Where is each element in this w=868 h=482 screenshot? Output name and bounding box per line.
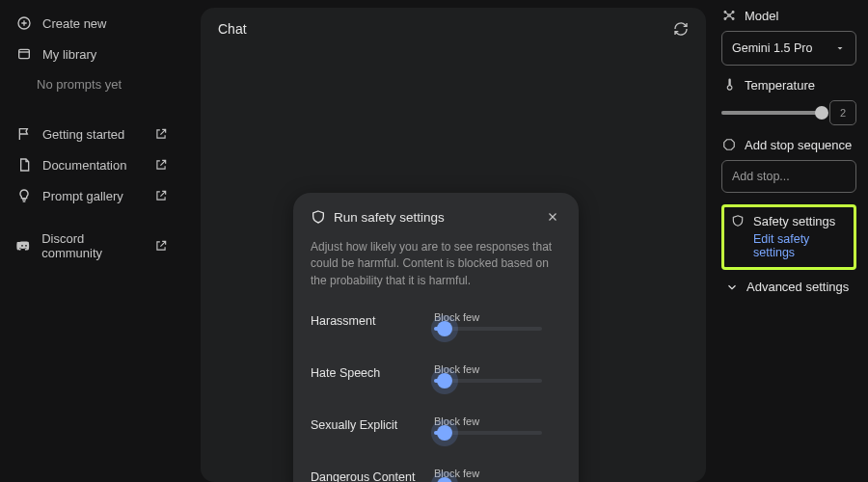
external-link-icon [153,237,170,254]
advanced-settings-label: Advanced settings [746,280,849,294]
sidebar-documentation-label: Documentation [42,158,126,173]
safety-thumb[interactable] [437,425,452,441]
modal-description: Adjust how likely you are to see respons… [311,239,561,289]
sidebar: Create new My library No prompts yet Get… [0,0,185,482]
sidebar-my-library[interactable]: My library [0,39,185,69]
sidebar-getting-started-label: Getting started [42,127,124,142]
safety-level-label: Block few [434,363,561,375]
safety-category-label: Sexually Explicit [311,418,434,432]
document-icon [15,156,33,174]
temperature-thumb[interactable] [815,106,828,120]
safety-row-harassment: Harassment Block few [311,307,561,335]
chevron-down-icon [725,281,739,294]
safety-level-label: Block few [434,311,561,323]
shield-icon [311,209,326,225]
modal-close-button[interactable] [544,208,561,226]
model-icon [721,8,737,23]
temperature-label: Temperature [745,78,815,93]
advanced-settings-toggle[interactable]: Advanced settings [721,278,856,294]
external-link-icon [152,156,170,174]
temperature-control: 2 [721,100,856,125]
safety-settings-modal: Run safety settings Adjust how likely yo… [293,193,579,482]
sidebar-prompt-gallery-label: Prompt gallery [42,189,123,203]
flag-icon [15,125,33,143]
sidebar-create-new-label: Create new [42,16,106,31]
safety-slider[interactable] [434,327,542,331]
discord-icon [15,237,32,254]
stop-sequence-label: Add stop sequence [745,138,852,152]
model-select-value: Gemini 1.5 Pro [732,41,812,55]
temperature-slider[interactable] [721,111,822,115]
safety-category-label: Harassment [311,314,434,328]
modal-header: Run safety settings [311,208,561,226]
model-label-row: Model [721,8,856,23]
stop-sequence-input[interactable]: Add stop... [721,160,856,193]
external-link-icon [152,125,170,143]
thermometer-icon [721,77,737,93]
stop-sequence-placeholder: Add stop... [732,170,790,183]
sidebar-prompt-gallery[interactable]: Prompt gallery [0,180,185,211]
safety-thumb[interactable] [437,321,452,336]
modal-title: Run safety settings [334,210,445,225]
chat-title: Chat [218,21,247,37]
sidebar-no-prompts: No prompts yet [0,69,185,105]
stop-sequence-label-row: Add stop sequence [721,137,856,152]
safety-slider[interactable] [434,431,542,435]
safety-row-sexually-explicit: Sexually Explicit Block few [311,411,561,440]
safety-row-hate-speech: Hate Speech Block few [311,359,561,388]
safety-level-label: Block few [434,468,561,479]
safety-thumb[interactable] [437,373,452,388]
safety-row-dangerous-content: Dangerous Content Block few [311,463,561,482]
sidebar-getting-started[interactable]: Getting started [0,119,185,149]
reload-button[interactable] [673,21,689,37]
sidebar-discord[interactable]: Discord community [0,225,185,267]
external-link-icon [152,187,170,204]
caret-down-icon [834,42,846,54]
temperature-fill [721,111,822,115]
library-icon [15,45,33,63]
model-label: Model [745,9,778,23]
bulb-icon [15,187,33,204]
model-select[interactable]: Gemini 1.5 Pro [721,31,856,66]
edit-safety-link[interactable]: Edit safety settings [730,232,848,259]
sidebar-create-new[interactable]: Create new [0,8,185,39]
safety-settings-highlight: Safety settings Edit safety settings [721,204,856,270]
temperature-label-row: Temperature [721,77,856,93]
safety-category-label: Dangerous Content [311,470,434,482]
chat-header: Chat [201,8,706,50]
sidebar-documentation[interactable]: Documentation [0,149,185,180]
plus-circle-icon [15,14,33,32]
sidebar-my-library-label: My library [42,47,96,62]
safety-label-row: Safety settings [730,213,848,228]
settings-rail: Model Gemini 1.5 Pro Temperature 2 Add s… [714,0,868,482]
safety-label: Safety settings [753,214,835,228]
stop-icon [721,137,737,152]
temperature-value[interactable]: 2 [829,100,856,125]
safety-level-label: Block few [434,415,561,427]
shield-icon [730,213,746,228]
safety-category-label: Hate Speech [311,366,434,380]
svg-rect-1 [19,49,30,58]
safety-slider[interactable] [434,379,542,383]
sidebar-discord-label: Discord community [41,231,144,260]
